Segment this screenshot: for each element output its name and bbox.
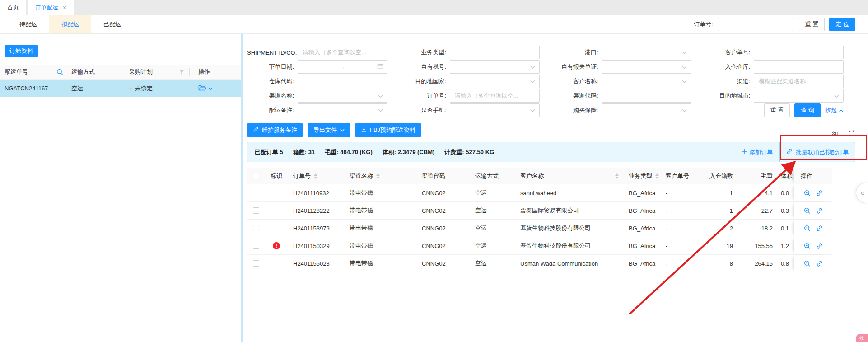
zoom-in-icon[interactable] — [804, 190, 811, 197]
stat-volume: 体积: 2.3479 (CBM) — [383, 148, 435, 156]
booking-info-button[interactable]: 订舱资料 — [5, 45, 38, 57]
filter-field-input[interactable] — [754, 60, 844, 74]
filter-field-input[interactable] — [602, 89, 692, 103]
dispatch-row-selected[interactable]: NGATCN241167 空运 未绑定 — [0, 80, 241, 97]
channel-code: CNNG02 — [416, 237, 470, 254]
collapse-filter-link[interactable]: 收起 — [825, 106, 844, 114]
link-icon[interactable] — [816, 207, 823, 214]
order-row[interactable]: ! H2401153979 带电带磁 CNNG02 空运 基蛋生物科技股份有限公… — [247, 220, 832, 237]
filter-field-input[interactable]: → — [298, 60, 387, 74]
chevron-down-icon — [682, 78, 687, 85]
filter-field-input[interactable] — [602, 75, 692, 88]
filter-field-label: 客户名称: — [551, 77, 602, 85]
export-file-button[interactable]: 导出文件 — [308, 123, 350, 137]
zoom-in-icon[interactable] — [804, 243, 811, 249]
filter-field-input[interactable] — [602, 46, 692, 59]
tab-dispatched[interactable]: 已配运 — [91, 15, 133, 33]
filter-field-input[interactable] — [754, 89, 844, 103]
box-count: 2 — [703, 220, 739, 237]
link-icon[interactable] — [816, 260, 823, 267]
channel-name: 带电带磁 — [344, 237, 416, 254]
tab-order-dispatch[interactable]: 订单配运 × — [28, 0, 74, 15]
filter-field: 购买保险: — [551, 103, 704, 117]
col-box-count: 入仓箱数 — [703, 168, 739, 184]
order-no-input[interactable] — [718, 18, 794, 31]
volume: 0.0 — [775, 184, 794, 201]
filter-field-input[interactable] — [754, 46, 844, 59]
filter-field-input[interactable] — [298, 103, 387, 117]
filter-field-label: SHIPMENT ID/CO: — [247, 49, 298, 56]
filter-field-input[interactable]: 请输入（多个查询以空... — [298, 46, 387, 59]
search-icon[interactable] — [56, 69, 63, 75]
tab-proposed-dispatch[interactable]: 拟配运 — [49, 15, 91, 33]
floating-widget[interactable]: 收 — [856, 334, 868, 342]
tab-pending-dispatch[interactable]: 待配运 — [7, 15, 49, 33]
chevron-down-icon — [530, 64, 535, 70]
filter-field-input[interactable] — [450, 75, 540, 88]
filter-field-label: 渠道代码: — [551, 92, 602, 100]
order-row[interactable]: ! H2401155023 带电带磁 CNNG02 空运 Usman Wada … — [247, 255, 832, 272]
row-checkbox[interactable] — [253, 260, 259, 267]
filter-field-input[interactable] — [298, 89, 387, 103]
row-checkbox[interactable] — [253, 243, 259, 249]
chevron-down-icon — [682, 64, 687, 70]
filter-icon[interactable] — [179, 69, 185, 75]
filter-field: 自有报关单证: — [551, 60, 704, 74]
order-row[interactable]: ! H2401150329 带电带磁 CNNG02 空运 基蛋生物科技股份有限公… — [247, 237, 832, 255]
customer-name: 基蛋生物科技股份有限公司 — [515, 237, 623, 254]
filter-field-input[interactable] — [450, 103, 540, 117]
gross-weight: 4.1 — [739, 184, 775, 201]
sort-icon[interactable] — [376, 173, 380, 179]
filter-field-input[interactable]: 请输入（多个查询以空... — [450, 89, 540, 103]
filter-field-input[interactable]: 模糊匹配渠道名称 — [754, 75, 844, 88]
zoom-in-icon[interactable] — [804, 260, 811, 267]
refresh-icon[interactable] — [848, 130, 855, 137]
zoom-in-icon[interactable] — [804, 225, 811, 232]
select-all-checkbox[interactable] — [253, 173, 259, 179]
zoom-in-icon[interactable] — [804, 207, 811, 214]
link-icon[interactable] — [816, 225, 823, 232]
sort-icon[interactable] — [615, 173, 619, 179]
row-checkbox[interactable] — [253, 207, 259, 214]
fbj-delivery-button[interactable]: FBJ预约配送资料 — [355, 123, 421, 137]
customer-order-no: - — [660, 237, 703, 254]
order-row[interactable]: ! H2401128222 带电带磁 CNNG02 空运 蛮泰国际贸易有限公司 … — [247, 202, 832, 220]
filter-field-input[interactable] — [602, 103, 692, 117]
box-count: 1 — [703, 202, 739, 219]
folder-open-action[interactable] — [198, 84, 241, 93]
sort-icon[interactable] — [655, 173, 659, 179]
calendar-icon — [377, 63, 383, 71]
order-no: H2401153979 — [288, 220, 344, 237]
filter-reset-button[interactable]: 重 置 — [764, 103, 790, 117]
batch-cancel-button[interactable]: 批量取消已拟配订单 — [779, 142, 855, 162]
customer-name: 蛮泰国际贸易有限公司 — [515, 202, 623, 219]
filter-field-label: 渠道名称: — [247, 92, 298, 100]
filter-field-label: 下单日期: — [247, 63, 298, 71]
filter-field-input[interactable] — [450, 60, 540, 74]
close-icon[interactable]: × — [63, 5, 66, 11]
main-content: 订舱资料 配运单号 运输方式 采购计划 操作 — [0, 34, 868, 342]
link-icon[interactable] — [816, 243, 823, 249]
tab-home[interactable]: 首页 — [0, 0, 26, 15]
row-checkbox[interactable] — [253, 190, 259, 196]
biz-type: BG_Africa — [623, 237, 660, 254]
filter-field-input[interactable] — [450, 46, 540, 59]
filter-field: 是否手机: — [399, 103, 551, 117]
reset-button[interactable]: 重 置 — [799, 18, 825, 31]
sort-icon[interactable] — [314, 173, 317, 179]
chevron-up-icon — [839, 107, 844, 114]
filter-field-input[interactable] — [298, 75, 387, 88]
order-row[interactable]: ! H2401110932 带电带磁 CNNG02 空运 sanni wahee… — [247, 184, 832, 202]
locate-button[interactable]: 定 位 — [829, 18, 855, 31]
filter-field-input[interactable] — [602, 60, 692, 74]
maintain-notes-button[interactable]: 维护服务备注 — [247, 123, 303, 137]
link-icon[interactable] — [816, 190, 823, 197]
chevron-down-icon — [682, 107, 687, 114]
filter-query-button[interactable]: 查 询 — [794, 103, 821, 117]
add-order-button[interactable]: 添加订单 — [735, 148, 779, 156]
channel-name: 带电带磁 — [344, 202, 416, 219]
row-checkbox[interactable] — [253, 225, 259, 231]
stat-matched-orders: 已配订单 5 — [255, 148, 283, 156]
gear-icon[interactable] — [831, 130, 839, 137]
tab-proposed-label: 拟配运 — [61, 20, 79, 28]
